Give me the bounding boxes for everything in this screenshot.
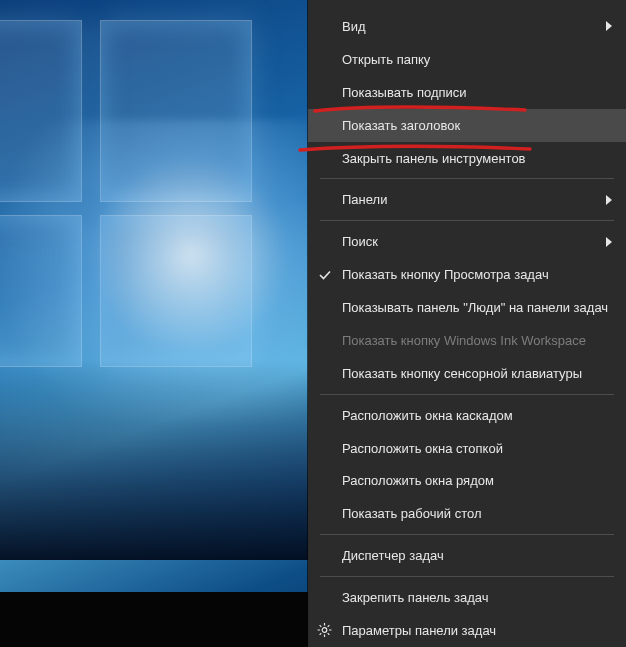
menu-item-label: Расположить окна каскадом	[342, 408, 513, 423]
menu-item-label: Закрепить панель задач	[342, 590, 489, 605]
menu-item-label: Показывать подписи	[342, 85, 467, 100]
menu-item-cascade-windows[interactable]: Расположить окна каскадом	[308, 399, 626, 432]
menu-item-label: Показывать панель "Люди" на панели задач	[342, 300, 608, 315]
menu-item-lock-taskbar[interactable]: Закрепить панель задач	[308, 581, 626, 614]
check-icon	[318, 268, 332, 282]
menu-item-close-toolbar[interactable]: Закрыть панель инструментов	[308, 142, 626, 175]
menu-item-label: Показать рабочий стол	[342, 506, 481, 521]
menu-item-label: Показать заголовок	[342, 118, 460, 133]
menu-separator	[320, 178, 614, 179]
wallpaper-pane	[100, 215, 252, 367]
menu-item-open-folder[interactable]: Открыть папку	[308, 43, 626, 76]
menu-item-side-by-side-windows[interactable]: Расположить окна рядом	[308, 464, 626, 497]
menu-item-label: Расположить окна рядом	[342, 473, 494, 488]
menu-item-label: Панели	[342, 192, 387, 207]
menu-item-label: Показать кнопку сенсорной клавиатуры	[342, 366, 582, 381]
menu-item-label: Вид	[342, 19, 366, 34]
svg-line-7	[328, 626, 330, 628]
menu-separator	[320, 394, 614, 395]
menu-item-ink-workspace: Показать кнопку Windows Ink Workspace	[308, 324, 626, 357]
menu-item-view[interactable]: Вид	[308, 10, 626, 43]
menu-item-people-panel[interactable]: Показывать панель "Люди" на панели задач	[308, 291, 626, 324]
menu-separator	[320, 534, 614, 535]
menu-item-label: Закрыть панель инструментов	[342, 151, 526, 166]
wallpaper-pane	[100, 20, 252, 202]
chevron-right-icon	[606, 21, 612, 31]
menu-item-label: Показать кнопку Просмотра задач	[342, 267, 549, 282]
chevron-right-icon	[606, 195, 612, 205]
menu-item-show-captions[interactable]: Показывать подписи	[308, 76, 626, 109]
taskbar-context-menu: Вид Открыть папку Показывать подписи Пок…	[308, 0, 626, 647]
svg-line-8	[320, 634, 322, 636]
menu-item-task-view-button[interactable]: Показать кнопку Просмотра задач	[308, 258, 626, 291]
menu-item-task-manager[interactable]: Диспетчер задач	[308, 539, 626, 572]
menu-item-label: Поиск	[342, 234, 378, 249]
menu-item-stacked-windows[interactable]: Расположить окна стопкой	[308, 432, 626, 465]
menu-item-show-desktop[interactable]: Показать рабочий стол	[308, 497, 626, 530]
gear-icon	[317, 623, 332, 638]
menu-separator	[320, 220, 614, 221]
menu-item-search[interactable]: Поиск	[308, 225, 626, 258]
menu-item-panels[interactable]: Панели	[308, 183, 626, 216]
wallpaper-pane	[0, 215, 82, 367]
svg-point-0	[322, 628, 327, 633]
menu-item-touch-keyboard[interactable]: Показать кнопку сенсорной клавиатуры	[308, 357, 626, 390]
menu-separator	[320, 576, 614, 577]
menu-item-label: Открыть папку	[342, 52, 430, 67]
menu-item-label: Расположить окна стопкой	[342, 441, 503, 456]
menu-item-label: Диспетчер задач	[342, 548, 444, 563]
menu-item-show-title[interactable]: Показать заголовок	[308, 109, 626, 142]
chevron-right-icon	[606, 237, 612, 247]
wallpaper-reflection	[0, 360, 310, 560]
taskbar[interactable]	[0, 592, 310, 647]
menu-item-taskbar-settings[interactable]: Параметры панели задач	[308, 614, 626, 647]
wallpaper-pane	[0, 20, 82, 202]
svg-line-6	[328, 634, 330, 636]
svg-line-5	[320, 626, 322, 628]
menu-item-label: Показать кнопку Windows Ink Workspace	[342, 333, 586, 348]
menu-item-label: Параметры панели задач	[342, 623, 496, 638]
